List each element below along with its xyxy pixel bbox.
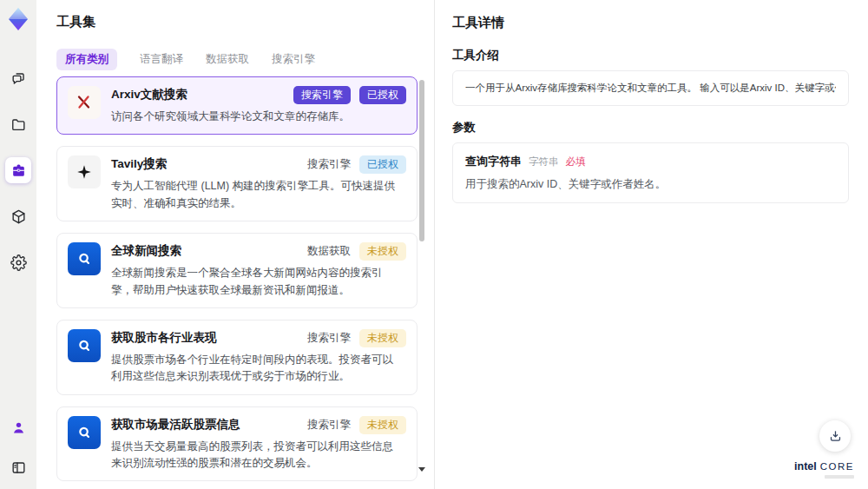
tool-details-panel: 工具详情 工具介绍 一个用于从Arxiv存储库搜索科学论文和文章的工具。 输入可…	[434, 0, 868, 489]
sidebar-bottom	[5, 414, 31, 480]
folder-icon[interactable]	[5, 111, 31, 137]
intel-core-logo: intelcore	[794, 460, 854, 479]
scroll-down-icon[interactable]	[418, 467, 425, 472]
list-scrollbar[interactable]	[419, 78, 424, 466]
param-description: 用于搜索的Arxiv ID、关键字或作者姓名。	[465, 177, 836, 192]
param-name: 查询字符串	[465, 154, 522, 169]
category-label: 数据获取	[307, 244, 351, 259]
param-required-tag: 必填	[566, 155, 586, 169]
tool-description: 提供当天交易量最高的股票列表，投资者可以利用这些信息来识别流动性强的股票和潜在的…	[111, 439, 399, 472]
tools-panel: 工具集 所有类别 语言翻译 数据获取 搜索引擎 Arxiv文献搜索 搜索引擎 已…	[36, 0, 434, 489]
tool-card-active-stocks[interactable]: 获取市场最活跃股票信息 搜索引擎 未授权 提供当天交易量最高的股票列表，投资者可…	[56, 406, 418, 482]
user-icon[interactable]	[5, 414, 31, 440]
category-tabs: 所有类别 语言翻译 数据获取 搜索引擎	[56, 49, 315, 70]
news-search-icon	[68, 242, 101, 275]
app-window: 工具集 所有类别 语言翻译 数据获取 搜索引擎 Arxiv文献搜索 搜索引擎 已…	[0, 0, 868, 489]
package-icon[interactable]	[5, 203, 31, 229]
download-icon	[828, 429, 843, 444]
market-search-icon	[68, 329, 101, 362]
sparkle-icon	[68, 155, 101, 188]
tool-title: 全球新闻搜索	[111, 242, 181, 259]
param-type: 字符串	[529, 155, 559, 169]
category-badge: 搜索引擎	[293, 86, 351, 104]
brand-intel: intel	[794, 460, 817, 472]
category-label: 搜索引擎	[307, 331, 351, 346]
tool-card-arxiv[interactable]: Arxiv文献搜索 搜索引擎 已授权 访问各个研究领域大量科学论文和文章的存储库…	[56, 76, 418, 135]
tool-list: Arxiv文献搜索 搜索引擎 已授权 访问各个研究领域大量科学论文和文章的存储库…	[56, 76, 418, 489]
intro-box: 一个用于从Arxiv存储库搜索科学论文和文章的工具。 输入可以是Arxiv ID…	[452, 70, 849, 106]
tool-description: 全球新闻搜索是一个聚合全球各大新闻网站内容的搜索引擎，帮助用户快速获取全球最新资…	[111, 265, 399, 299]
auth-status-badge: 已授权	[359, 155, 406, 174]
download-button[interactable]	[819, 420, 851, 452]
parameter-box: 查询字符串 字符串 必填 用于搜索的Arxiv ID、关键字或作者姓名。	[452, 142, 849, 203]
tool-title: Arxiv文献搜索	[111, 86, 187, 102]
stock-search-icon	[68, 416, 101, 449]
tool-description: 访问各个研究领域大量科学论文和文章的存储库。	[111, 109, 399, 125]
details-title: 工具详情	[452, 15, 504, 31]
brand-core: core	[820, 461, 854, 472]
auth-status-badge: 未授权	[359, 329, 406, 347]
params-section-title: 参数	[452, 120, 476, 135]
icon-sidebar	[0, 0, 36, 489]
toolbox-icon[interactable]	[5, 157, 31, 183]
settings-gear-icon[interactable]	[5, 249, 31, 275]
intro-text: 一个用于从Arxiv存储库搜索科学论文和文章的工具。 输入可以是Arxiv ID…	[465, 82, 836, 95]
tool-title: 获取股市各行业表现	[111, 329, 217, 346]
tab-search-engine[interactable]: 搜索引擎	[272, 49, 315, 70]
category-label: 搜索引擎	[307, 157, 351, 172]
tool-title: Tavily搜索	[111, 155, 167, 172]
arxiv-icon	[68, 86, 101, 119]
brand-underline	[825, 475, 854, 479]
tab-language-translation[interactable]: 语言翻译	[140, 49, 183, 70]
tab-all-categories[interactable]: 所有类别	[56, 49, 117, 70]
tool-card-tavily[interactable]: Tavily搜索 搜索引擎 已授权 专为人工智能代理 (LLM) 构建的搜索引擎…	[56, 146, 418, 221]
collapse-panel-icon[interactable]	[5, 454, 31, 480]
app-logo-icon	[5, 6, 31, 32]
tool-card-global-news[interactable]: 全球新闻搜索 数据获取 未授权 全球新闻搜索是一个聚合全球各大新闻网站内容的搜索…	[56, 233, 418, 308]
page-title: 工具集	[56, 14, 95, 30]
tab-data-acquisition[interactable]: 数据获取	[206, 49, 249, 70]
auth-status-badge: 未授权	[359, 242, 406, 261]
tool-description: 提供股票市场各个行业在特定时间段内的表现。投资者可以利用这些信息来识别表现优于或…	[111, 352, 399, 386]
intro-section-title: 工具介绍	[452, 48, 499, 63]
tool-title: 获取市场最活跃股票信息	[111, 416, 240, 433]
category-label: 搜索引擎	[307, 418, 351, 433]
tool-description: 专为人工智能代理 (LLM) 构建的搜索引擎工具。可快速提供实时、准确和真实的结…	[111, 178, 399, 212]
scrollbar-thumb[interactable]	[419, 80, 424, 241]
auth-status-badge: 未授权	[359, 416, 406, 434]
sidebar-nav	[5, 65, 31, 275]
chat-icon[interactable]	[5, 65, 31, 91]
auth-status-badge: 已授权	[359, 86, 406, 104]
tool-card-sector-performance[interactable]: 获取股市各行业表现 搜索引擎 未授权 提供股票市场各个行业在特定时间段内的表现。…	[56, 320, 418, 395]
